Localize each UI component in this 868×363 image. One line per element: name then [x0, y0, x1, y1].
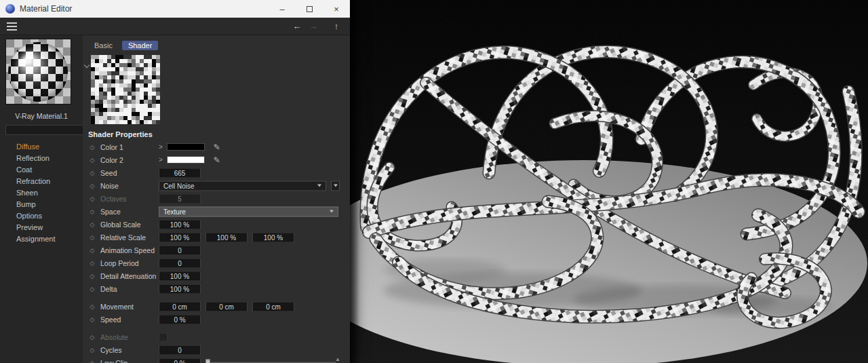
space-dropdown[interactable]: Texture — [159, 206, 338, 216]
keyframe-diamond-icon: ◇ — [88, 334, 96, 341]
cycles-input[interactable]: 0 — [159, 345, 201, 355]
minimize-button[interactable]: – — [269, 0, 296, 18]
property-row-global-scale: ◇ Global Scale 100 % — [83, 218, 350, 231]
property-row-animation-speed: ◇ Animation Speed 0 — [83, 244, 350, 256]
relative-scale-z-input[interactable]: 100 % — [252, 232, 294, 242]
maximize-button[interactable] — [296, 0, 323, 18]
property-label: Detail Attenuation — [100, 272, 156, 280]
property-label: Absolute — [100, 333, 128, 341]
keyframe-diamond-icon[interactable]: ◇ — [88, 170, 96, 176]
collapse-chevron-icon[interactable] — [83, 55, 91, 124]
chevron-down-icon — [334, 185, 338, 187]
sidebar-item-refraction[interactable]: Refraction — [0, 176, 83, 187]
property-row-delta: ◇ Delta 100 % — [83, 282, 350, 295]
edit-color1-icon[interactable]: ✎ — [214, 142, 220, 152]
material-preview-sphere[interactable] — [5, 39, 71, 104]
sidebar-item-reflection[interactable]: Reflection — [0, 153, 83, 164]
keyframe-diamond-icon[interactable]: ◇ — [88, 183, 96, 189]
dropdown-value: Cell Noise — [163, 182, 195, 189]
tab-shader[interactable]: Shader — [122, 41, 158, 50]
keyframe-diamond-icon[interactable]: ◇ — [88, 360, 96, 363]
material-preview-canvas — [6, 39, 71, 104]
keyframe-diamond-icon[interactable]: ◇ — [88, 286, 96, 292]
speed-input[interactable]: 0 % — [159, 314, 201, 324]
keyframe-diamond-icon[interactable]: ◇ — [88, 157, 96, 164]
slider-handle[interactable] — [205, 360, 210, 363]
color1-swatch[interactable] — [167, 143, 205, 151]
editor-toolbar: ← → ↑ — [0, 18, 350, 35]
property-row-color1: ◇ Color 1 > ✎ — [83, 140, 350, 153]
keyframe-diamond-icon[interactable]: ◇ — [88, 247, 96, 254]
window-title: Material Editor — [20, 4, 269, 14]
render-viewport[interactable] — [350, 0, 868, 363]
animation-speed-input[interactable]: 0 — [159, 245, 201, 255]
field-value: 5 — [178, 195, 182, 202]
keyframe-diamond-icon[interactable]: ◇ — [88, 221, 96, 228]
window-shadow — [350, 0, 359, 363]
keyframe-diamond-icon[interactable]: ◇ — [88, 316, 96, 323]
tab-basic[interactable]: Basic — [88, 41, 119, 50]
delta-input[interactable]: 100 % — [159, 284, 201, 294]
property-label: Octaves — [100, 195, 127, 203]
scroll-up-icon[interactable]: ▲ — [335, 356, 340, 362]
movement-z-input[interactable]: 0 cm — [252, 301, 294, 311]
property-label: Cycles — [100, 346, 122, 354]
edit-color2-icon[interactable]: ✎ — [214, 155, 220, 165]
noise-type-dropdown[interactable]: Cell Noise — [159, 180, 326, 191]
low-clip-input[interactable]: 0 % — [159, 358, 201, 363]
absolute-checkbox[interactable] — [159, 332, 167, 341]
loop-period-input[interactable]: 0 — [159, 258, 201, 268]
property-label: Speed — [100, 316, 121, 324]
shader-panel: Basic Shader Shader Properties ◇ Color 1… — [83, 35, 350, 363]
property-label: Global Scale — [100, 221, 141, 229]
octaves-input: 5 — [159, 193, 201, 204]
forward-button[interactable]: → — [305, 21, 321, 31]
expand-chevron-icon[interactable]: > — [159, 143, 163, 151]
keyframe-diamond-icon[interactable]: ◇ — [88, 273, 96, 280]
low-clip-slider[interactable] — [205, 359, 336, 363]
seed-input[interactable]: 665 — [159, 168, 201, 178]
movement-y-input[interactable]: 0 cm — [205, 301, 248, 311]
close-icon: × — [334, 4, 339, 14]
property-label: Space — [100, 208, 121, 216]
noise-preset-button[interactable] — [331, 180, 340, 191]
keyframe-diamond-icon[interactable]: ◇ — [88, 260, 96, 267]
global-scale-input[interactable]: 100 % — [159, 219, 201, 229]
menu-hamburger-icon[interactable] — [7, 22, 17, 31]
property-label: Relative Scale — [100, 233, 146, 242]
render-grain — [350, 0, 868, 363]
keyframe-diamond-icon[interactable]: ◇ — [88, 144, 96, 151]
close-button[interactable]: × — [323, 0, 350, 18]
relative-scale-x-input[interactable]: 100 % — [159, 232, 201, 242]
field-value: 100 % — [170, 233, 189, 241]
app-icon — [5, 4, 15, 14]
color2-swatch[interactable] — [167, 156, 205, 164]
property-row-movement: ◇ Movement 0 cm 0 cm 0 cm — [83, 300, 350, 313]
relative-scale-y-input[interactable]: 100 % — [205, 232, 248, 242]
keyframe-diamond-icon[interactable]: ◇ — [88, 234, 96, 241]
up-button[interactable]: ↑ — [328, 21, 344, 31]
field-value: 100 % — [217, 233, 236, 241]
sidebar-item-coat[interactable]: Coat — [0, 164, 83, 176]
sidebar-item-preview[interactable]: Preview — [0, 222, 83, 233]
back-button[interactable]: ← — [289, 21, 305, 31]
expand-chevron-icon[interactable]: > — [159, 156, 163, 164]
channel-list: Diffuse Reflection Coat Refraction Sheen… — [0, 141, 83, 245]
keyframe-diamond-icon[interactable]: ◇ — [88, 208, 96, 215]
chevron-down-icon — [317, 185, 321, 187]
sidebar-item-options[interactable]: Options — [0, 210, 83, 222]
movement-x-input[interactable]: 0 cm — [159, 301, 201, 311]
sidebar-item-diffuse[interactable]: Diffuse — [0, 141, 83, 153]
keyframe-diamond-icon[interactable]: ◇ — [88, 347, 96, 354]
keyframe-diamond-icon[interactable]: ◇ — [88, 303, 96, 310]
sidebar-item-bump[interactable]: Bump — [0, 199, 83, 210]
sidebar-item-sheen[interactable]: Sheen — [0, 187, 83, 199]
property-row-space: ◇ Space Texture — [83, 205, 350, 218]
window-titlebar[interactable]: Material Editor – × — [0, 0, 350, 18]
noise-texture-preview[interactable] — [91, 55, 160, 124]
detail-attenuation-input[interactable]: 100 % — [159, 271, 201, 281]
property-label: Animation Speed — [100, 246, 155, 254]
sidebar-item-assignment[interactable]: Assignment — [0, 233, 83, 245]
material-name: V-Ray Material.1 — [0, 112, 83, 120]
field-value: 100 % — [264, 233, 283, 241]
